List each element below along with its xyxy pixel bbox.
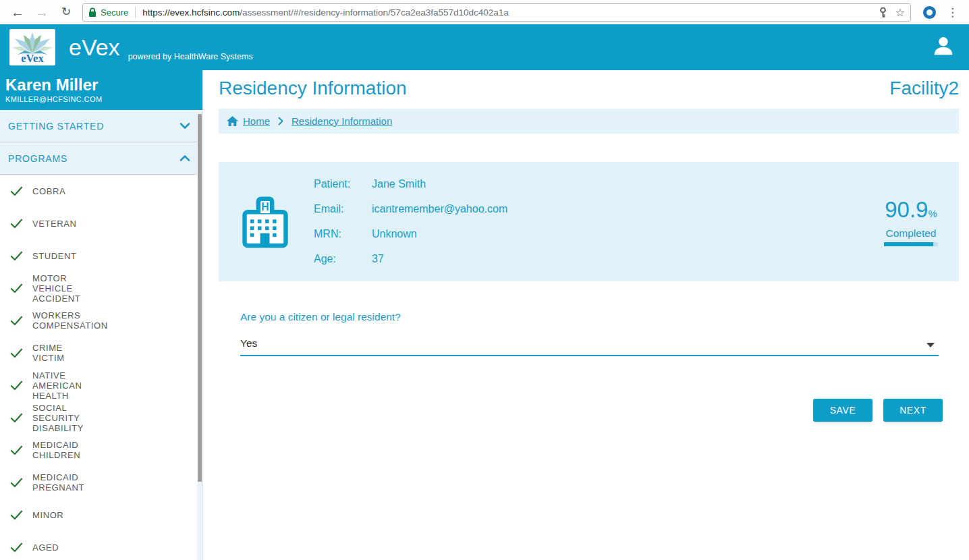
- app-name: eVex: [69, 34, 120, 61]
- next-button[interactable]: NEXT: [883, 399, 943, 422]
- sidebar-item-program[interactable]: AGED: [0, 531, 202, 560]
- bookmark-star-icon[interactable]: ☆: [895, 6, 905, 19]
- program-label: COBRA: [32, 186, 90, 196]
- sidebar-section-getting-started[interactable]: GETTING STARTED: [0, 110, 202, 142]
- sidebar-item-program[interactable]: NATIVE AMERICAN HEALTH: [0, 369, 202, 401]
- program-list: COBRA VETERAN STUDENT: [0, 175, 202, 560]
- progress-percent: 90.9%: [884, 198, 938, 225]
- sidebar-item-program[interactable]: MEDICAID CHILDREN: [0, 434, 202, 466]
- completion-progress: 90.9% Completed: [884, 198, 938, 246]
- patient-info-label: MRN:: [314, 228, 372, 240]
- progress-bar-fill: [884, 242, 933, 246]
- sidebar-section-programs[interactable]: PROGRAMS: [0, 142, 202, 175]
- program-label: NATIVE AMERICAN HEALTH: [32, 370, 90, 401]
- program-label: SOCIAL SECURITY DISABILITY: [32, 403, 90, 433]
- breadcrumb-home-link[interactable]: Home: [243, 115, 270, 127]
- home-icon[interactable]: [226, 115, 239, 127]
- section-label: GETTING STARTED: [8, 121, 104, 132]
- section-label: PROGRAMS: [8, 153, 67, 164]
- url-bar[interactable]: Secure https://evex.hcfsinc.com/assessme…: [82, 3, 911, 22]
- program-label: MEDICAID PREGNANT: [32, 472, 90, 493]
- chevron-up-icon: [179, 155, 190, 162]
- save-button[interactable]: SAVE: [813, 399, 873, 422]
- key-icon[interactable]: [879, 7, 887, 18]
- sidebar-scrollbar[interactable]: [197, 110, 202, 560]
- percent-sign: %: [928, 208, 937, 219]
- check-icon: [10, 381, 23, 391]
- program-label: STUDENT: [32, 251, 90, 261]
- sidebar-item-program[interactable]: MEDICAID PREGNANT: [0, 466, 202, 499]
- url-divider: [135, 7, 136, 18]
- patient-info-row: Patient: Jane Smith: [314, 172, 507, 197]
- extension-icon[interactable]: [923, 6, 936, 19]
- logo-starburst: [12, 32, 52, 55]
- progress-bar: [884, 242, 938, 246]
- progress-label: Completed: [884, 227, 938, 240]
- program-label: MINOR: [32, 510, 90, 520]
- reload-icon[interactable]: ↻: [54, 0, 78, 24]
- patient-info-label: Age:: [314, 253, 372, 265]
- sidebar-user-block: Karen Miller KMILLER@HCFSINC.COM: [0, 70, 202, 110]
- user-profile-icon[interactable]: [933, 35, 954, 59]
- patient-info-value: icantremember@yahoo.com: [372, 203, 507, 215]
- logo-text: eVex: [21, 52, 44, 65]
- check-icon: [10, 251, 23, 261]
- check-icon: [10, 186, 23, 196]
- facility-label: Facility2: [889, 77, 959, 100]
- check-icon: [10, 478, 23, 488]
- sidebar-item-program[interactable]: MOTOR VEHICLE ACCIDENT: [0, 272, 202, 304]
- question-label: Are you a citizen or legal resident?: [240, 311, 959, 323]
- page: ← → ↻ Secure https://evex.hcfsinc.com/as…: [0, 0, 969, 560]
- chevron-right-icon: [278, 117, 283, 125]
- sidebar-item-program[interactable]: STUDENT: [0, 240, 202, 272]
- browser-menu-icon[interactable]: ⋮: [941, 5, 964, 20]
- sidebar-item-program[interactable]: CRIME VICTIM: [0, 337, 202, 369]
- patient-info-row: Age: 37: [314, 247, 507, 272]
- program-label: VETERAN: [32, 219, 90, 229]
- hospital-icon: H: [241, 193, 289, 251]
- sidebar-item-program[interactable]: MINOR: [0, 499, 202, 531]
- secure-label: Secure: [101, 7, 128, 18]
- action-buttons: SAVE NEXT: [219, 399, 959, 422]
- evex-logo: eVex: [9, 29, 55, 65]
- url-text[interactable]: https://evex.hcfsinc.com/assessment/#/re…: [142, 7, 509, 18]
- check-icon: [10, 542, 23, 553]
- scrollbar-thumb[interactable]: [198, 114, 202, 482]
- patient-info-value: Unknown: [372, 228, 417, 240]
- check-icon: [10, 348, 23, 358]
- sidebar-item-program[interactable]: SOCIAL SECURITY DISABILITY: [0, 401, 202, 434]
- app-tagline: powered by HealthWare Systems: [128, 52, 253, 61]
- check-icon: [10, 445, 23, 455]
- forward-icon[interactable]: →: [30, 0, 54, 24]
- back-icon[interactable]: ←: [5, 0, 30, 24]
- check-icon: [10, 283, 23, 293]
- main-content: Residency Information Facility2 Home Res…: [203, 70, 969, 560]
- program-label: CRIME VICTIM: [32, 343, 90, 363]
- check-icon: [10, 413, 23, 423]
- patient-info-value: 37: [372, 253, 384, 265]
- browser-chrome: ← → ↻ Secure https://evex.hcfsinc.com/as…: [0, 0, 969, 24]
- check-icon: [10, 219, 23, 229]
- program-label: AGED: [32, 542, 90, 553]
- program-label: MOTOR VEHICLE ACCIDENT: [32, 273, 90, 304]
- sidebar-item-program[interactable]: WORKERS COMPENSATION: [0, 304, 202, 337]
- check-icon: [10, 510, 23, 520]
- page-title: Residency Information: [219, 77, 407, 100]
- user-name: Karen Miller: [5, 76, 197, 94]
- patient-info-label: Patient:: [314, 178, 372, 190]
- selected-option: Yes: [240, 337, 257, 349]
- sidebar-item-program[interactable]: VETERAN: [0, 207, 202, 240]
- breadcrumb: Home Residency Information: [219, 109, 959, 134]
- patient-info-value: Jane Smith: [372, 178, 426, 190]
- chevron-down-icon: [179, 122, 190, 130]
- breadcrumb-current-link[interactable]: Residency Information: [292, 115, 392, 127]
- sidebar: Karen Miller KMILLER@HCFSINC.COM GETTING…: [0, 70, 203, 560]
- url-host: https://evex.hcfsinc.com: [142, 7, 240, 18]
- program-label: MEDICAID CHILDREN: [32, 440, 90, 460]
- patient-info: Patient: Jane Smith Email: icantremember…: [314, 172, 507, 272]
- sidebar-item-program[interactable]: COBRA: [0, 175, 202, 207]
- patient-card: H Patient: Jane Smith: [219, 162, 959, 281]
- lock-icon: [88, 7, 96, 18]
- check-icon: [10, 316, 23, 326]
- citizen-select[interactable]: Yes: [240, 337, 939, 356]
